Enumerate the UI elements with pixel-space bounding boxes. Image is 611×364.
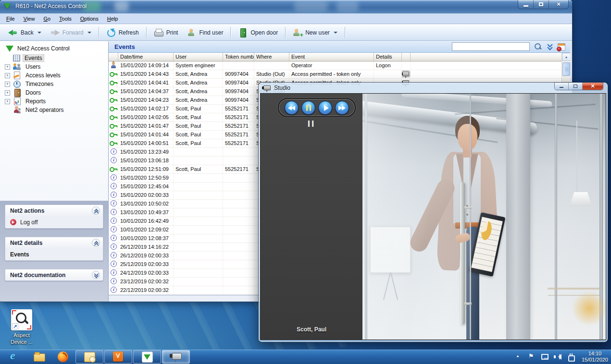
camera-icon: [263, 85, 271, 90]
net2-logo-icon: [6, 46, 13, 52]
column-header-blank[interactable]: [402, 53, 411, 61]
scrollbar-thumb[interactable]: [562, 62, 570, 76]
column-header-token-number[interactable]: Token number: [223, 53, 254, 61]
panel-header-net2-details[interactable]: Net2 details: [5, 237, 103, 248]
sidebar-item-events[interactable]: Events: [0, 54, 108, 62]
toolbar-new-user-button[interactable]: New user: [288, 26, 342, 39]
expand-plus-icon[interactable]: +: [5, 73, 10, 78]
column-header-blank[interactable]: [411, 53, 561, 61]
window-controls: ×: [518, 0, 568, 9]
flag-tray-icon[interactable]: [528, 353, 536, 361]
event-filter-icon[interactable]: [558, 43, 565, 50]
toolbar-refresh-button[interactable]: Refresh: [102, 26, 143, 39]
taskbar-net2-button[interactable]: [133, 350, 161, 364]
hidden-tray-icon[interactable]: [515, 353, 523, 361]
cell-datetime: 15/01/2020 14:04:43: [118, 70, 174, 78]
toolbar-find-user-button[interactable]: Find user: [182, 26, 227, 39]
taskbar-firefox-button[interactable]: [51, 350, 75, 364]
panel-title: Net2 details: [10, 240, 42, 246]
sidebar-item-doors[interactable]: +Doors: [0, 88, 108, 97]
expand-plus-icon[interactable]: +: [5, 82, 10, 87]
column-header-date-time[interactable]: Date/time: [118, 53, 174, 61]
taskbar-clock[interactable]: 14:10 15/01/2020: [582, 351, 608, 363]
toolbar-back-button[interactable]: Back: [4, 26, 46, 39]
panel-item-log-off[interactable]: Log off: [5, 216, 103, 228]
chevron-up-icon[interactable]: [92, 239, 100, 247]
column-header-where[interactable]: Where: [254, 53, 289, 61]
studio-minimize-button[interactable]: [555, 83, 569, 90]
chevron-double-down-icon[interactable]: [547, 43, 553, 50]
camera-footage-icon[interactable]: [402, 72, 409, 76]
cell-user: Scott, Paul: [174, 165, 223, 173]
search-icon[interactable]: [534, 43, 542, 51]
ie-icon: [9, 351, 21, 363]
event-type-cell: [109, 70, 118, 78]
menu-go[interactable]: Go: [39, 14, 55, 23]
key-event-icon: [110, 131, 117, 138]
search-input[interactable]: [452, 42, 530, 51]
pause-button[interactable]: [301, 101, 315, 115]
taskbar-ie-button[interactable]: [3, 350, 26, 364]
sidebar-item-access-levels[interactable]: +Access levels: [0, 71, 108, 80]
title-bar[interactable]: R610 - Net2 Access Control ×: [0, 0, 572, 13]
minimize-button[interactable]: [518, 0, 534, 9]
menu-file[interactable]: File: [2, 14, 19, 23]
cell-datetime: 23/12/2019 02:00:32: [118, 278, 174, 286]
column-header-event[interactable]: Event: [289, 53, 374, 61]
studio-maximize-button[interactable]: [569, 83, 583, 90]
print-icon: [154, 28, 163, 37]
tree-root[interactable]: Net2 Access Control: [0, 41, 108, 54]
system-tray: 14:10 15/01/2020: [515, 350, 608, 364]
expand-plus-icon[interactable]: +: [5, 90, 10, 96]
desktop-shortcut-aspect-device[interactable]: ↗ Aspect Device ...: [3, 309, 40, 345]
panel-item-events[interactable]: Events: [5, 248, 103, 260]
sidebar-item-users[interactable]: +Users: [0, 62, 108, 71]
cell-user: [174, 226, 223, 234]
event-type-cell: [109, 131, 118, 139]
taskbar-studio-button[interactable]: [162, 350, 190, 364]
table-header: Date/timeUserToken numberWhereEventDetai…: [109, 53, 561, 61]
cell-user: [174, 243, 223, 251]
tree-item-label: Users: [24, 63, 42, 70]
event-row[interactable]: 15/01/2020 14:04:43Scott, Andrea90997404…: [109, 70, 561, 79]
taskbar-outlook-button[interactable]: [75, 350, 103, 364]
chevron-up-icon[interactable]: [92, 206, 100, 215]
menu-tools[interactable]: Tools: [55, 14, 76, 23]
fastforward-button[interactable]: [335, 101, 349, 115]
column-header-details[interactable]: Details: [374, 53, 402, 61]
events-icon: [13, 55, 20, 61]
cell-datetime: 15/01/2020 14:01:47: [118, 122, 174, 130]
panel-header-net2-documentation[interactable]: Net2 documentation: [5, 269, 103, 280]
taskbar-vision-button[interactable]: [104, 350, 132, 364]
play-button[interactable]: [318, 101, 332, 115]
panel-header-net2-actions[interactable]: Net2 actions: [5, 205, 103, 216]
taskbar-explorer-button[interactable]: [27, 350, 50, 364]
menu-view[interactable]: View: [19, 14, 39, 23]
scroll-up-button[interactable]: ▲: [562, 53, 571, 61]
maximize-button[interactable]: [534, 0, 549, 9]
cell-token: 55252171: [223, 113, 254, 121]
event-row[interactable]: 15/01/2020 14:09:14System engineerOperat…: [109, 61, 561, 70]
toolbar-open-door-button[interactable]: Open door: [234, 26, 282, 39]
close-button[interactable]: ×: [549, 0, 568, 9]
column-header-blank[interactable]: [109, 53, 118, 61]
studio-close-button[interactable]: ✕: [583, 83, 603, 90]
studio-title-bar[interactable]: Studio: [263, 85, 290, 91]
column-header-user[interactable]: User: [174, 53, 223, 61]
network-tray-icon[interactable]: [541, 353, 549, 361]
menu-help[interactable]: Help: [103, 14, 123, 23]
tree-item-label: Access levels: [24, 72, 62, 79]
toolbar-forward-button[interactable]: Forward: [46, 26, 96, 39]
rewind-button[interactable]: [285, 101, 299, 115]
power-tray-icon[interactable]: [567, 353, 574, 361]
speaker-tray-icon[interactable]: [554, 353, 561, 361]
sidebar-item-net2-operators[interactable]: Net2 operators: [0, 106, 108, 114]
sidebar-item-timezones[interactable]: +Timezones: [0, 80, 108, 88]
sidebar-item-reports[interactable]: +Reports: [0, 97, 108, 106]
expand-plus-icon[interactable]: +: [5, 64, 10, 70]
toolbar-print-button[interactable]: Print: [150, 26, 183, 39]
expand-plus-icon[interactable]: +: [5, 99, 10, 104]
menu-options[interactable]: Options: [76, 14, 103, 23]
chevron-down-icon[interactable]: [92, 271, 100, 279]
event-type-cell: [109, 182, 118, 191]
